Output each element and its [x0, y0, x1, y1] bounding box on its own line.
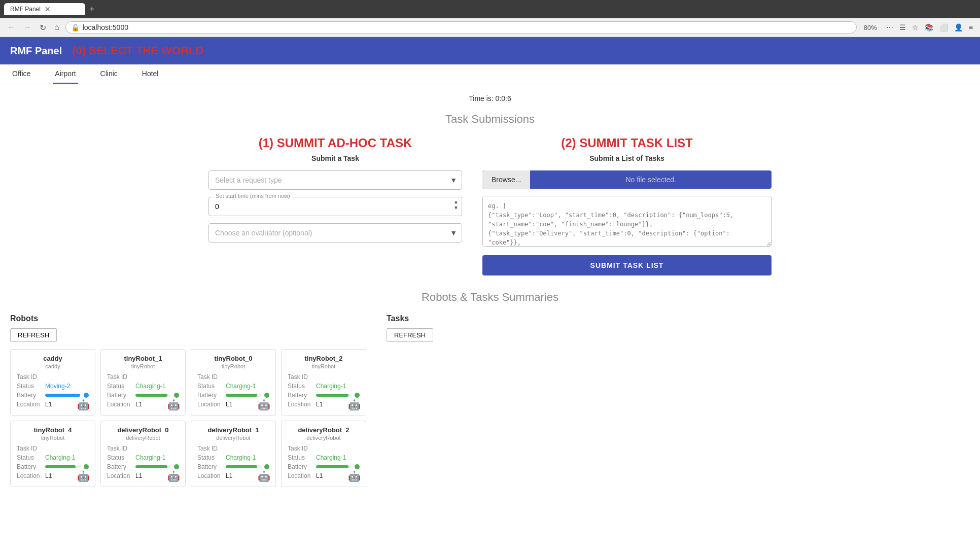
status-value: Charging-1 [135, 383, 165, 390]
robot-name: tinyRobot_2 [288, 355, 360, 362]
location-label: Location [17, 401, 43, 408]
start-time-input[interactable] [208, 197, 462, 216]
robot-fleet: tinyRobot [288, 363, 360, 369]
battery-bar-container [45, 393, 89, 398]
robot-name: deliveryRobot_1 [197, 426, 269, 434]
battery-dot [174, 393, 179, 398]
extensions-button[interactable]: ⋯ [884, 22, 895, 32]
robot-taskid-row: Task ID [17, 373, 89, 381]
summaries-layout: Robots REFRESH caddy caddy Task ID Statu… [10, 314, 970, 487]
new-tab-button[interactable]: + [89, 4, 95, 15]
tab-close-icon[interactable]: ✕ [45, 5, 51, 13]
synced-tabs-button[interactable]: ⬜ [937, 22, 950, 32]
battery-bar-container [316, 393, 360, 398]
summaries-title: Robots & Tasks Summaries [10, 291, 970, 304]
tasks-refresh-button[interactable]: REFRESH [387, 328, 433, 342]
robot-taskid-row: Task ID [288, 445, 360, 452]
task-submissions-section: Task Submissions (1) SUMMIT AD-HOC TASK … [10, 113, 970, 275]
robot-icon: 🤖 [348, 470, 361, 482]
status-label: Status [107, 454, 133, 461]
number-spinners: ▲ ▼ [452, 199, 460, 211]
request-type-select[interactable]: Select a request type [208, 170, 462, 190]
home-button[interactable]: ⌂ [52, 22, 61, 33]
json-textarea[interactable] [482, 196, 772, 247]
location-label: Location [197, 401, 224, 408]
robot-status-row: Status Charging-1 [197, 383, 269, 390]
bookmark-button[interactable]: ☆ [910, 22, 921, 32]
robots-refresh-button[interactable]: REFRESH [10, 328, 57, 342]
bookmarks-sidebar-button[interactable]: 📚 [923, 22, 935, 32]
no-file-text: No file selected. [530, 176, 772, 184]
tab-clinic[interactable]: Clinic [98, 64, 120, 84]
location-label: Location [197, 472, 224, 479]
battery-label: Battery [17, 392, 43, 399]
battery-bar-bg [226, 465, 261, 468]
start-time-wrapper: Set start time (mins from now) ▲ ▼ [208, 197, 462, 216]
robot-card: deliveryRobot_0 deliveryRobot Task ID St… [100, 421, 186, 487]
robot-status-row: Status Moving-2 [17, 383, 89, 390]
tasks-label: Tasks [387, 314, 970, 323]
submit-task-list-button[interactable]: SUBMIT TASK LIST [482, 255, 772, 275]
browse-button[interactable]: Browse... [482, 170, 530, 189]
task-id-label: Task ID [107, 373, 133, 381]
tab-hotel[interactable]: Hotel [140, 64, 161, 84]
tab-office[interactable]: Office [10, 64, 32, 84]
battery-bar-container [226, 464, 269, 469]
status-value: Charging-1 [135, 454, 165, 461]
robot-taskid-row: Task ID [17, 445, 89, 452]
tab-title: RMF Panel [10, 6, 41, 13]
start-time-label: Set start time (mins from now) [214, 193, 292, 199]
battery-label: Battery [17, 463, 43, 470]
robot-fleet: tinyRobot [107, 363, 179, 369]
location-label: Location [288, 472, 314, 479]
file-upload-bar: Browse... No file selected. [482, 170, 772, 189]
status-label: Status [288, 454, 314, 461]
battery-dot [264, 464, 269, 469]
tasks-section: Tasks REFRESH [387, 314, 970, 487]
robot-icon: 🤖 [258, 470, 270, 482]
address-bar[interactable]: 🔒 localhost:5000 [65, 21, 857, 33]
robot-name: deliveryRobot_2 [288, 426, 360, 434]
robot-card: caddy caddy Task ID Status Moving-2 Batt… [10, 349, 95, 416]
battery-bar-fill [135, 465, 167, 468]
browser-chrome: RMF Panel ✕ + [0, 0, 980, 18]
robot-name: deliveryRobot_0 [107, 426, 179, 434]
status-label: Status [288, 383, 314, 390]
battery-bar-fill [226, 394, 257, 397]
reload-button[interactable]: ↻ [38, 22, 48, 33]
adhoc-heading: (1) SUMMIT AD-HOC TASK [208, 136, 462, 150]
robots-label: Robots [10, 314, 366, 323]
robot-status-row: Status Charging-1 [107, 383, 179, 390]
account-button[interactable]: 👤 [952, 22, 965, 32]
reader-view-button[interactable]: ☰ [897, 22, 908, 32]
robot-icon: 🤖 [167, 399, 180, 411]
robot-card: tinyRobot_4 tinyRobot Task ID Status Cha… [10, 421, 95, 487]
robot-battery-row: Battery [288, 463, 360, 470]
spinner-down-button[interactable]: ▼ [452, 205, 460, 211]
battery-bar-fill [226, 465, 257, 468]
robot-icon: 🤖 [77, 399, 90, 411]
robot-fleet: tinyRobot [17, 435, 89, 441]
spinner-up-button[interactable]: ▲ [452, 199, 460, 205]
menu-button[interactable]: ≡ [967, 22, 975, 32]
status-value: Charging-1 [226, 383, 256, 390]
back-button[interactable]: ← [5, 22, 17, 33]
robot-card: deliveryRobot_1 deliveryRobot Task ID St… [191, 421, 276, 487]
tab-airport[interactable]: Airport [53, 64, 78, 84]
battery-bar-container [135, 464, 179, 469]
battery-bar-bg [135, 465, 171, 468]
battery-bar-bg [316, 394, 352, 397]
robot-grid: caddy caddy Task ID Status Moving-2 Batt… [10, 349, 366, 487]
robot-taskid-row: Task ID [107, 373, 179, 381]
evaluator-select[interactable]: Choose an evaluator (optional) [208, 223, 462, 243]
battery-bar-container [135, 393, 179, 398]
robot-fleet: deliveryRobot [197, 435, 269, 441]
forward-button[interactable]: → [21, 22, 33, 33]
browser-tab[interactable]: RMF Panel ✕ [4, 3, 85, 15]
location-value: L1 [226, 472, 232, 479]
robot-card: tinyRobot_0 tinyRobot Task ID Status Cha… [191, 349, 276, 416]
robot-battery-row: Battery [107, 392, 179, 399]
battery-dot [355, 464, 360, 469]
status-value: Charging-1 [316, 454, 346, 461]
task-id-label: Task ID [17, 445, 43, 452]
